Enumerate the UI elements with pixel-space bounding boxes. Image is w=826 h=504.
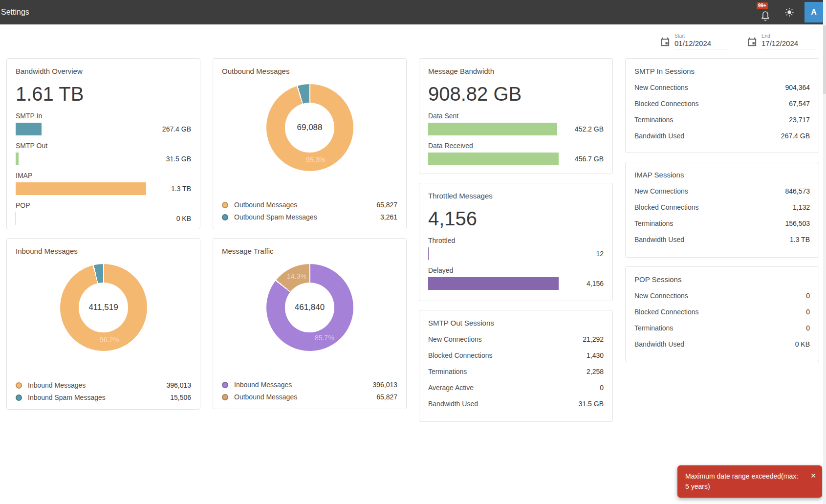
bell-icon xyxy=(760,9,771,22)
bar-value: 267.4 GB xyxy=(146,125,191,133)
date-filter-row: Start 01/12/2024 End 17/12/2024 xyxy=(0,26,823,56)
notifications-button[interactable]: 99+ xyxy=(758,2,774,22)
stat-row: New Connections 0 xyxy=(634,291,810,301)
card-title: Throttled Messages xyxy=(428,191,604,201)
stat-value: 31.5 GB xyxy=(579,399,604,409)
donut-center-value: 461,840 xyxy=(266,264,353,351)
legend-label: Outbound Spam Messages xyxy=(234,213,317,221)
start-date-field[interactable]: Start 01/12/2024 xyxy=(660,33,729,49)
start-date-value[interactable]: 01/12/2024 xyxy=(674,39,729,47)
page-title: Settings xyxy=(0,8,29,17)
legend-value: 396,013 xyxy=(166,381,191,389)
stat-label: Terminations xyxy=(634,115,673,125)
stat-label: Blocked Connections xyxy=(634,99,699,109)
legend-item[interactable]: Outbound Spam Messages 3,261 xyxy=(222,213,397,221)
chart-legend: Inbound Messages 396,013 Outbound Messag… xyxy=(222,376,397,404)
scrollbar-thumb[interactable] xyxy=(823,25,826,94)
stat-row: Blocked Connections 0 xyxy=(634,307,810,317)
error-toast: Maximum date range exceeded(max: 5 years… xyxy=(677,465,822,498)
stat-label: Bandwidth Used xyxy=(634,131,684,141)
avatar[interactable]: A xyxy=(804,2,823,22)
stat-row: New Connections 21,292 xyxy=(428,334,604,344)
card-title: SMTP In Sessions xyxy=(634,66,810,76)
legend-value: 65,827 xyxy=(376,201,397,209)
bar-label: POP xyxy=(16,201,191,210)
stat-value: 0 xyxy=(806,291,810,301)
stat-value: 0 KB xyxy=(795,339,810,349)
card-title: SMTP Out Sessions xyxy=(428,318,604,328)
stat-value: 156,503 xyxy=(785,219,810,228)
legend-item[interactable]: Inbound Messages 396,013 xyxy=(222,381,397,389)
delayed-bar xyxy=(428,277,559,290)
scrollbar[interactable] xyxy=(823,0,826,504)
stat-value: 67,547 xyxy=(789,99,810,109)
bar-value: 0 KB xyxy=(146,215,191,222)
inbound-messages-donut-chart[interactable]: 411,519 96.2% xyxy=(60,264,147,351)
legend-item[interactable]: Inbound Messages 396,013 xyxy=(16,381,191,389)
slice-percent-label: 85.7% xyxy=(315,334,334,342)
stat-row: Average Active 0 xyxy=(428,383,604,393)
stat-row: Blocked Connections 1,430 xyxy=(428,351,604,360)
chart-legend: Inbound Messages 396,013 Inbound Spam Me… xyxy=(16,377,191,404)
chart-legend: Outbound Messages 65,827 Outbound Spam M… xyxy=(222,197,397,224)
stat-label: Bandwidth Used xyxy=(634,235,684,244)
bar-label: IMAP xyxy=(16,171,191,180)
message-bandwidth-total: 908.82 GB xyxy=(428,82,604,106)
pop-bar xyxy=(16,212,16,225)
pop-sessions-card: POP Sessions New Connections 0 Blocked C… xyxy=(625,266,819,362)
legend-item[interactable]: Inbound Spam Messages 15,506 xyxy=(16,394,191,401)
stat-value: 21,292 xyxy=(583,334,604,344)
bar-label: SMTP Out xyxy=(16,141,191,150)
outbound-messages-donut-chart[interactable]: 69,088 95.3% xyxy=(266,84,353,171)
legend-item[interactable]: Outbound Messages 65,827 xyxy=(222,201,397,209)
bar-group-throttled: Throttled 12 xyxy=(428,236,604,260)
card-title: Message Bandwidth xyxy=(428,66,604,76)
smtp-in-sessions-card: SMTP In Sessions New Connections 904,364… xyxy=(625,58,819,153)
start-date-texts: Start 01/12/2024 xyxy=(674,33,729,49)
throttled-bar xyxy=(428,247,429,260)
legend-value: 65,827 xyxy=(376,393,397,401)
theme-toggle-button[interactable] xyxy=(782,5,797,20)
slice-percent-label: 96.2% xyxy=(100,336,119,344)
legend-dot xyxy=(222,214,228,220)
stat-row: Blocked Connections 1,132 xyxy=(634,202,810,212)
stat-label: New Connections xyxy=(634,83,688,92)
stat-label: Terminations xyxy=(428,367,467,376)
stat-row: Bandwidth Used 31.5 GB xyxy=(428,399,604,409)
end-date-field[interactable]: End 17/12/2024 xyxy=(747,33,816,49)
stat-label: Bandwidth Used xyxy=(428,399,478,409)
stat-row: New Connections 904,364 xyxy=(634,83,810,92)
outbound-messages-card: Outbound Messages 69,088 95.3% Outbound … xyxy=(213,58,407,229)
calendar-icon xyxy=(747,37,758,47)
stat-label: Blocked Connections xyxy=(634,202,699,212)
stat-value: 0 xyxy=(600,383,604,393)
stat-label: Bandwidth Used xyxy=(634,339,684,349)
stat-label: Terminations xyxy=(634,219,673,228)
bar-label: Delayed xyxy=(428,266,604,275)
legend-value: 3,261 xyxy=(380,213,397,221)
bar-value: 452.2 GB xyxy=(559,125,604,133)
bar-group-data-sent: Data Sent 452.2 GB xyxy=(428,111,604,135)
legend-item[interactable]: Outbound Messages 65,827 xyxy=(222,393,397,401)
stat-value: 2,258 xyxy=(587,367,604,376)
bandwidth-overview-card: Bandwidth Overview 1.61 TB SMTP In 267.4… xyxy=(6,58,200,229)
message-traffic-card: Message Traffic 461,840 85.7% 14.3% Inbo… xyxy=(213,238,407,409)
legend-label: Inbound Messages xyxy=(28,381,86,389)
card-title: Inbound Messages xyxy=(16,246,191,256)
topbar-actions: 99+ A xyxy=(758,0,826,24)
message-traffic-donut-chart[interactable]: 461,840 85.7% 14.3% xyxy=(266,264,353,351)
bar-group-imap: IMAP 1.3 TB xyxy=(16,171,191,195)
legend-dot xyxy=(16,394,22,401)
throttled-total: 4,156 xyxy=(428,207,604,230)
toast-close-icon[interactable]: ✕ xyxy=(810,472,816,479)
bar-label: Throttled xyxy=(428,236,604,245)
stat-label: Average Active xyxy=(428,383,474,393)
end-date-value[interactable]: 17/12/2024 xyxy=(761,39,816,47)
stat-label: New Connections xyxy=(634,291,688,301)
legend-label: Outbound Messages xyxy=(234,393,297,401)
legend-dot xyxy=(16,382,22,389)
bar-value: 31.5 GB xyxy=(146,155,191,163)
end-date-texts: End 17/12/2024 xyxy=(761,33,816,49)
sun-icon xyxy=(784,7,795,18)
total-bandwidth-value: 1.61 TB xyxy=(16,82,191,106)
